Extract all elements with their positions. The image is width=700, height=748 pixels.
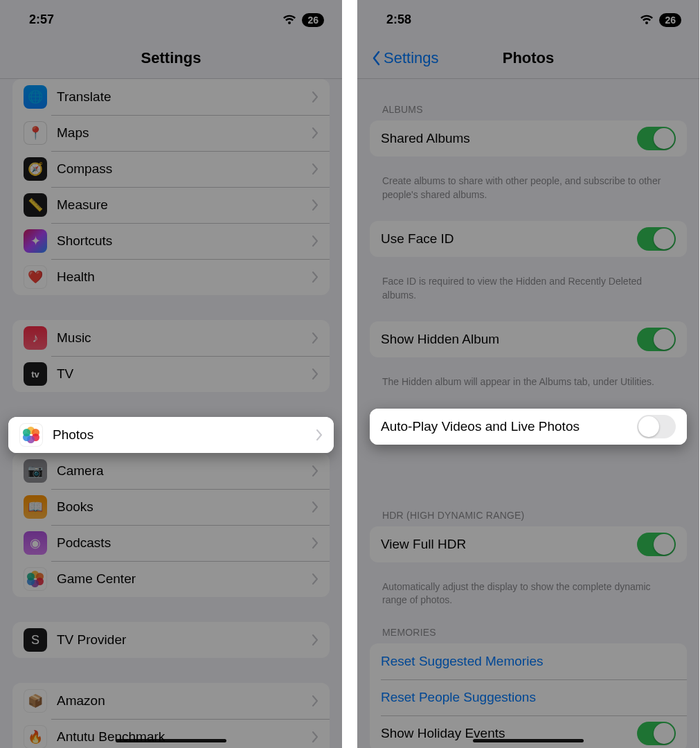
settings-row-books[interactable]: 📖Books bbox=[12, 489, 330, 525]
navbar: Settings Photos bbox=[357, 33, 699, 79]
row-label: Game Center bbox=[57, 571, 312, 587]
settings-row-measure[interactable]: 📏Measure bbox=[12, 187, 330, 223]
chevron-right-icon bbox=[312, 695, 318, 706]
music-icon: ♪ bbox=[24, 326, 47, 350]
tv-icon: tv bbox=[24, 362, 47, 386]
phone-photos-settings: 2:58 26 Settings Photos ALBUMSShared Alb… bbox=[357, 0, 699, 748]
section-header: HDR (HIGH DYNAMIC RANGE) bbox=[370, 510, 687, 526]
section-footer: The Hidden album will appear in the Albu… bbox=[370, 370, 687, 409]
highlighted-row: Photos bbox=[8, 417, 334, 453]
tvprovider-icon: S bbox=[24, 628, 47, 652]
toggle-switch[interactable] bbox=[637, 127, 676, 150]
amazon-icon: 📦 bbox=[24, 689, 47, 713]
row-label: Compass bbox=[57, 161, 312, 177]
photos-settings-list[interactable]: ALBUMSShared AlbumsCreate albums to shar… bbox=[357, 79, 699, 748]
row-label: Shared Albums bbox=[381, 131, 637, 146]
setting-row-shared-albums[interactable]: Shared Albums bbox=[370, 121, 687, 157]
settings-row-antutu-benchmark[interactable]: 🔥Antutu Benchmark bbox=[12, 719, 330, 748]
settings-row-health[interactable]: ❤️Health bbox=[12, 259, 330, 295]
gamecenter-icon bbox=[24, 567, 47, 591]
section-footer: Create albums to share with other people… bbox=[370, 169, 687, 221]
section-footer bbox=[370, 470, 687, 510]
row-label: Reset People Suggestions bbox=[381, 690, 676, 705]
settings-row-game-center[interactable]: Game Center bbox=[12, 561, 330, 597]
chevron-right-icon bbox=[312, 465, 318, 477]
camera-icon: 📷 bbox=[24, 459, 47, 483]
settings-row-compass[interactable]: 🧭Compass bbox=[12, 151, 330, 187]
setting-row-auto-play-videos-and-live-photos[interactable]: Auto-Play Videos and Live Photos bbox=[370, 409, 687, 445]
compass-icon: 🧭 bbox=[24, 157, 47, 181]
navbar: Settings bbox=[0, 33, 342, 79]
row-label: Health bbox=[57, 269, 312, 285]
phone-settings: 2:57 26 Settings 🌐Translate📍Maps🧭Compass… bbox=[0, 0, 342, 748]
setting-row-use-face-id[interactable]: Use Face ID bbox=[370, 221, 687, 257]
settings-row-camera[interactable]: 📷Camera bbox=[12, 453, 330, 489]
home-indicator[interactable] bbox=[116, 739, 226, 742]
row-label: Camera bbox=[57, 463, 312, 479]
settings-row-amazon[interactable]: 📦Amazon bbox=[12, 683, 330, 719]
row-label: Music bbox=[57, 330, 312, 346]
status-time: 2:58 bbox=[386, 12, 411, 27]
settings-row-photos[interactable]: Photos bbox=[8, 417, 334, 453]
row-label: Measure bbox=[57, 197, 312, 213]
chevron-right-icon bbox=[312, 127, 318, 139]
setting-row-reset-people-suggestions[interactable]: Reset People Suggestions bbox=[370, 679, 687, 715]
row-label: Podcasts bbox=[57, 535, 312, 551]
chevron-right-icon bbox=[312, 91, 318, 103]
battery-indicator: 26 bbox=[659, 13, 681, 27]
section-footer: Face ID is required to view the Hidden a… bbox=[370, 269, 687, 321]
row-label: Amazon bbox=[57, 693, 312, 709]
section-header: ALBUMS bbox=[370, 104, 687, 121]
toggle-switch[interactable] bbox=[637, 533, 676, 556]
row-label: TV bbox=[57, 366, 312, 382]
home-indicator[interactable] bbox=[473, 739, 584, 742]
page-title: Settings bbox=[141, 49, 201, 67]
settings-row-maps[interactable]: 📍Maps bbox=[12, 115, 330, 151]
setting-row-reset-suggested-memories[interactable]: Reset Suggested Memories bbox=[370, 643, 687, 679]
row-label: Maps bbox=[57, 125, 312, 141]
toggle-switch[interactable] bbox=[637, 328, 676, 351]
toggle-switch[interactable] bbox=[637, 227, 676, 251]
wifi-icon bbox=[282, 15, 296, 26]
chevron-right-icon bbox=[312, 332, 318, 344]
chevron-right-icon bbox=[316, 429, 323, 440]
podcasts-icon: ◉ bbox=[24, 531, 47, 555]
settings-row-tv-provider[interactable]: STV Provider bbox=[12, 622, 330, 658]
chevron-right-icon bbox=[312, 573, 318, 585]
books-icon: 📖 bbox=[24, 495, 47, 519]
status-bar: 2:58 26 bbox=[357, 0, 699, 33]
chevron-right-icon bbox=[312, 163, 318, 175]
settings-row-translate[interactable]: 🌐Translate bbox=[12, 79, 330, 115]
row-label: Reset Suggested Memories bbox=[381, 654, 676, 669]
chevron-right-icon bbox=[312, 199, 318, 211]
row-label: Auto-Play Videos and Live Photos bbox=[381, 419, 637, 434]
row-label: Shortcuts bbox=[57, 233, 312, 249]
row-label: TV Provider bbox=[57, 632, 312, 648]
chevron-right-icon bbox=[312, 537, 318, 549]
maps-icon: 📍 bbox=[24, 121, 47, 145]
chevron-right-icon bbox=[312, 634, 318, 645]
setting-row-show-holiday-events[interactable]: Show Holiday Events bbox=[370, 715, 687, 748]
section-header: MEMORIES bbox=[370, 627, 687, 643]
setting-row-show-hidden-album[interactable]: Show Hidden Album bbox=[370, 321, 687, 357]
settings-row-music[interactable]: ♪Music bbox=[12, 320, 330, 356]
settings-row-shortcuts[interactable]: ✦Shortcuts bbox=[12, 223, 330, 259]
chevron-right-icon bbox=[312, 368, 318, 380]
section-footer: Automatically adjust the display to show… bbox=[370, 575, 687, 627]
row-label: Translate bbox=[57, 89, 312, 105]
antutu-icon: 🔥 bbox=[24, 725, 47, 748]
toggle-switch[interactable] bbox=[637, 722, 676, 745]
row-label: Books bbox=[57, 499, 312, 515]
page-title: Photos bbox=[503, 49, 555, 67]
back-button[interactable]: Settings bbox=[371, 49, 503, 67]
settings-list[interactable]: 🌐Translate📍Maps🧭Compass📏Measure✦Shortcut… bbox=[0, 79, 342, 748]
row-label: View Full HDR bbox=[381, 537, 637, 552]
back-label: Settings bbox=[384, 49, 439, 67]
settings-row-podcasts[interactable]: ◉Podcasts bbox=[12, 525, 330, 561]
setting-row-view-full-hdr[interactable]: View Full HDR bbox=[370, 526, 687, 562]
wifi-icon bbox=[640, 15, 654, 26]
row-label: Use Face ID bbox=[381, 231, 637, 247]
translate-icon: 🌐 bbox=[24, 85, 47, 109]
toggle-switch[interactable] bbox=[637, 415, 676, 438]
settings-row-tv[interactable]: tvTV bbox=[12, 356, 330, 392]
